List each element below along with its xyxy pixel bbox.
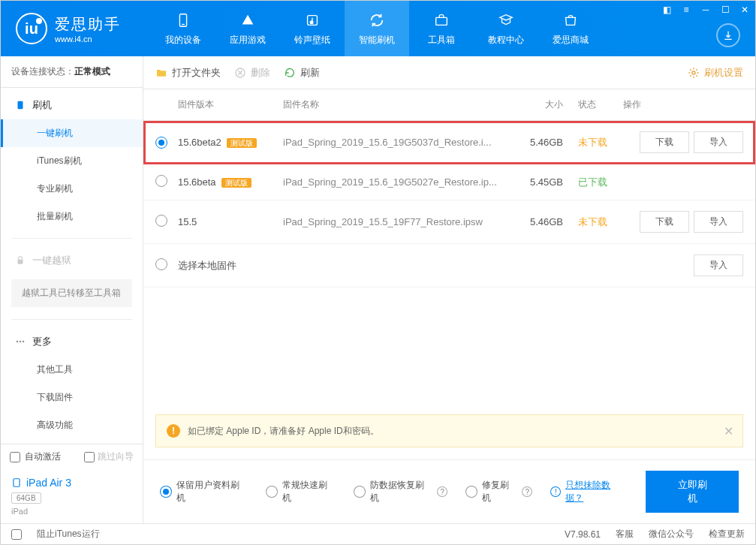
delete-button: 删除 — [234, 66, 270, 80]
svg-point-9 — [23, 341, 24, 342]
row-radio[interactable] — [155, 258, 167, 270]
footer-wechat[interactable]: 微信公众号 — [649, 528, 694, 540]
store-icon — [562, 11, 580, 29]
device-icon — [174, 11, 192, 29]
flash-options: 保留用户资料刷机常规快速刷机防数据恢复刷机?修复刷机?!只想抹除数据？立即刷机 — [143, 459, 755, 523]
apps-icon — [239, 11, 257, 29]
help-icon[interactable]: ? — [437, 486, 447, 497]
nav-ringtone[interactable]: 铃声壁纸 — [280, 1, 345, 56]
minimize-icon[interactable]: ─ — [700, 4, 712, 16]
jailbreak-note: 越狱工具已转移至工具箱 — [11, 279, 132, 307]
sidebar-head-more[interactable]: 更多 — [1, 327, 143, 356]
sidebar-item-oneclick[interactable]: 一键刷机 — [1, 119, 143, 147]
option-radio[interactable] — [465, 486, 477, 498]
version-label: V7.98.61 — [565, 529, 601, 540]
help-icon[interactable]: ! — [550, 486, 561, 497]
row-op-button[interactable]: 下载 — [640, 211, 689, 233]
row-size: 5.46GB — [503, 137, 563, 148]
flash-mode-option[interactable]: 常规快速刷机 — [266, 479, 336, 504]
close-icon[interactable]: ✕ — [739, 4, 751, 16]
delete-icon — [234, 67, 246, 79]
erase-data-link[interactable]: 只想抹除数据？ — [565, 479, 628, 504]
firmware-row[interactable]: 选择本地固件 导入 — [143, 244, 755, 288]
flash-now-button[interactable]: 立即刷机 — [646, 471, 739, 513]
titlebar: iu 爱思助手 www.i4.cn 我的设备 应用游戏 铃声壁纸 智能刷机 工具… — [1, 1, 755, 56]
auto-activate-checkbox[interactable] — [10, 452, 20, 462]
notice-close-icon[interactable]: ✕ — [724, 424, 733, 438]
option-radio[interactable] — [160, 486, 172, 498]
sidebar-item-batch[interactable]: 批量刷机 — [1, 203, 143, 230]
row-op-button[interactable]: 下载 — [640, 131, 689, 153]
row-op-button[interactable]: 导入 — [694, 254, 743, 276]
device-name[interactable]: iPad Air 3 — [1, 469, 143, 490]
skip-guide-checkbox[interactable] — [84, 452, 95, 462]
svg-rect-5 — [18, 101, 23, 110]
firmware-row[interactable]: 15.6beta2 测试版 iPad_Spring_2019_15.6_19G5… — [143, 121, 755, 164]
divider — [11, 238, 132, 239]
refresh-icon — [368, 11, 386, 29]
svg-point-7 — [17, 341, 18, 342]
nav-label: 我的设备 — [165, 34, 201, 47]
nav-toolbox[interactable]: 工具箱 — [409, 1, 474, 56]
nav-flash[interactable]: 智能刷机 — [345, 1, 409, 56]
nav-tutorial[interactable]: 教程中心 — [474, 1, 538, 56]
row-size: 5.45GB — [503, 176, 563, 188]
open-folder-button[interactable]: 打开文件夹 — [155, 66, 221, 80]
block-itunes-checkbox[interactable] — [11, 529, 22, 540]
col-size: 大小 — [503, 98, 563, 111]
auto-activate-row[interactable]: 自动激活 跳过向导 — [1, 444, 143, 469]
flash-settings-button[interactable]: 刷机设置 — [688, 66, 743, 80]
storage-badge: 64GB — [11, 492, 41, 504]
flash-mode-option[interactable]: 防数据恢复刷机? — [354, 479, 447, 504]
sidebar-head-flash[interactable]: 刷机 — [1, 91, 143, 119]
skin-icon[interactable]: ◧ — [661, 4, 673, 16]
help-icon[interactable]: ? — [522, 486, 532, 497]
row-radio[interactable] — [155, 137, 167, 149]
row-version: 15.6beta2 测试版 — [178, 137, 283, 149]
footer-support[interactable]: 客服 — [616, 528, 634, 540]
option-radio[interactable] — [354, 486, 366, 498]
row-filename: iPad_Spring_2019_15.6_19G5037d_Restore.i… — [283, 137, 503, 148]
flash-mode-option[interactable]: 修复刷机? — [465, 479, 532, 504]
firmware-row[interactable]: 15.6beta 测试版 iPad_Spring_2019_15.6_19G50… — [143, 164, 755, 200]
menu-icon[interactable]: ≡ — [680, 4, 692, 16]
row-ops: 导入 — [623, 254, 743, 276]
nav-label: 工具箱 — [428, 34, 455, 47]
row-status: 未下载 — [563, 136, 623, 149]
firmware-row[interactable]: 15.5 iPad_Spring_2019_15.5_19F77_Restore… — [143, 200, 755, 244]
logo-area: iu 爱思助手 www.i4.cn — [1, 13, 136, 44]
sidebar: 设备连接状态：正常模式 刷机 一键刷机 iTunes刷机 专业刷机 批量刷机 一… — [1, 56, 143, 523]
block-itunes-label: 阻止iTunes运行 — [37, 528, 100, 540]
refresh-button[interactable]: 刷新 — [284, 66, 320, 80]
row-status: 已下载 — [563, 176, 623, 189]
row-op-button[interactable]: 导入 — [694, 131, 743, 153]
nav-apps[interactable]: 应用游戏 — [215, 1, 280, 56]
maximize-icon[interactable]: ☐ — [719, 4, 731, 16]
nav-label: 铃声壁纸 — [294, 34, 330, 47]
sidebar-item-itunes[interactable]: iTunes刷机 — [1, 147, 143, 175]
row-radio[interactable] — [155, 215, 167, 227]
more-icon — [14, 336, 26, 348]
flash-mode-option[interactable]: 保留用户资料刷机 — [160, 479, 248, 504]
connection-status: 设备连接状态：正常模式 — [1, 56, 143, 88]
row-op-button[interactable]: 导入 — [694, 211, 743, 233]
row-size: 5.46GB — [503, 216, 563, 227]
footer-update[interactable]: 检查更新 — [709, 528, 745, 540]
app-url: www.i4.cn — [55, 35, 121, 44]
nav-label: 应用游戏 — [230, 34, 266, 47]
sidebar-item-other[interactable]: 其他工具 — [1, 356, 143, 384]
appleid-notice: ! 如已绑定 Apple ID，请准备好 Apple ID和密码。 ✕ — [155, 414, 743, 447]
tutorial-icon — [497, 11, 515, 29]
sidebar-item-dlfw[interactable]: 下载固件 — [1, 384, 143, 411]
logo-icon: iu — [16, 13, 47, 44]
sidebar-item-advanced[interactable]: 高级功能 — [1, 411, 143, 439]
nav-store[interactable]: 爱思商城 — [538, 1, 603, 56]
nav-my-device[interactable]: 我的设备 — [151, 1, 215, 56]
option-radio[interactable] — [266, 486, 278, 498]
download-manager-button[interactable] — [716, 23, 740, 47]
notice-text: 如已绑定 Apple ID，请准备好 Apple ID和密码。 — [188, 425, 379, 438]
sidebar-item-pro[interactable]: 专业刷机 — [1, 175, 143, 203]
row-version: 选择本地固件 — [178, 259, 283, 272]
row-radio[interactable] — [155, 175, 167, 187]
svg-point-8 — [20, 341, 21, 342]
